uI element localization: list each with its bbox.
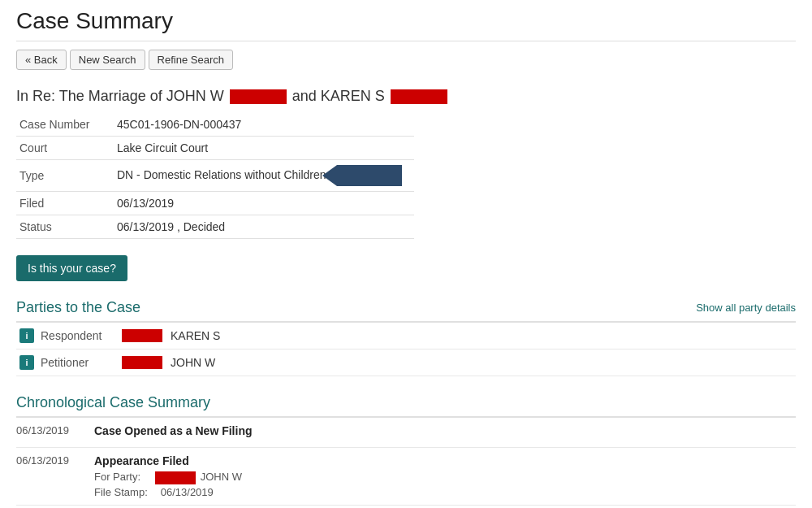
parties-section-header: Parties to the Case Show all party detai… xyxy=(16,293,796,323)
chrono-content-1: Case Opened as a New Filing xyxy=(94,424,796,441)
redacted-block-2 xyxy=(391,89,447,104)
chronological-section: Chronological Case Summary 06/13/2019 Ca… xyxy=(16,388,796,508)
refine-search-button[interactable]: Refine Search xyxy=(149,50,233,70)
respondent-name: KAREN S xyxy=(171,329,220,342)
court-row: Court Lake Circuit Court xyxy=(16,137,414,160)
status-value: 06/13/2019 , Decided xyxy=(114,215,414,239)
chrono-title-2: Appearance Filed xyxy=(94,454,796,467)
for-party-label: For Party: xyxy=(94,471,140,484)
case-number-value: 45C01-1906-DN-000437 xyxy=(114,113,414,137)
filed-value: 06/13/2019 xyxy=(114,192,414,215)
show-all-party-details-link[interactable]: Show all party details xyxy=(696,302,796,314)
status-label: Status xyxy=(16,215,114,239)
arrow-annotation xyxy=(337,165,402,186)
case-number-row: Case Number 45C01-1906-DN-000437 xyxy=(16,113,414,137)
chronological-section-title: Chronological Case Summary xyxy=(16,394,210,411)
respondent-role: Respondent xyxy=(41,329,114,342)
type-label: Type xyxy=(16,160,114,192)
arrow-icon xyxy=(337,165,402,186)
chrono-entry-2: 06/13/2019 Appearance Filed For Party: J… xyxy=(16,448,796,506)
chrono-date-1: 06/13/2019 xyxy=(16,424,81,441)
chrono-title-1: Case Opened as a New Filing xyxy=(94,424,796,437)
new-search-button[interactable]: New Search xyxy=(70,50,145,70)
petitioner-icon: i xyxy=(19,355,34,370)
party-row-respondent: i Respondent KAREN S xyxy=(16,323,796,350)
page-title: Case Summary xyxy=(16,0,796,41)
file-stamp-value: 06/13/2019 xyxy=(161,486,214,498)
chrono-sub-2: For Party: JOHN W xyxy=(94,471,796,484)
status-row: Status 06/13/2019 , Decided xyxy=(16,215,414,239)
parties-section-title: Parties to the Case xyxy=(16,299,140,316)
parties-list: i Respondent KAREN S i Petitioner JOHN W xyxy=(16,323,796,376)
party-row-petitioner: i Petitioner JOHN W xyxy=(16,350,796,376)
petitioner-name: JOHN W xyxy=(171,356,215,369)
chrono-stamp-2: File Stamp: 06/13/2019 xyxy=(94,486,796,498)
chrono-entry-1: 06/13/2019 Case Opened as a New Filing xyxy=(16,418,796,448)
case-number-label: Case Number xyxy=(16,113,114,137)
type-row: Type DN - Domestic Relations without Chi… xyxy=(16,160,414,192)
petitioner-role: Petitioner xyxy=(41,356,114,369)
filed-row: Filed 06/13/2019 xyxy=(16,192,414,215)
chrono-date-2: 06/13/2019 xyxy=(16,454,81,498)
chrono-content-2: Appearance Filed For Party: JOHN W File … xyxy=(94,454,796,498)
for-party-redacted xyxy=(155,471,196,484)
type-value: DN - Domestic Relations without Children xyxy=(114,160,414,192)
is-your-case-button[interactable]: Is this your case? xyxy=(16,255,127,281)
chronological-section-header: Chronological Case Summary xyxy=(16,388,796,418)
petitioner-redacted xyxy=(122,356,162,369)
case-title: In Re: The Marriage of JOHN W and KAREN … xyxy=(16,88,796,105)
court-label: Court xyxy=(16,137,114,160)
file-stamp-label: File Stamp: xyxy=(94,486,148,498)
case-info-table: Case Number 45C01-1906-DN-000437 Court L… xyxy=(16,113,414,239)
for-party-value: JOHN W xyxy=(153,471,242,484)
respondent-redacted xyxy=(122,329,162,342)
respondent-icon: i xyxy=(19,328,34,343)
court-value: Lake Circuit Court xyxy=(114,137,414,160)
filed-label: Filed xyxy=(16,192,114,215)
toolbar: « Back New Search Refine Search xyxy=(16,41,796,78)
chrono-entry-3: 06/13/2019 Petition Filed VERIFIED PETIT… xyxy=(16,506,796,508)
back-button[interactable]: « Back xyxy=(16,50,67,70)
redacted-block-1 xyxy=(230,89,287,104)
